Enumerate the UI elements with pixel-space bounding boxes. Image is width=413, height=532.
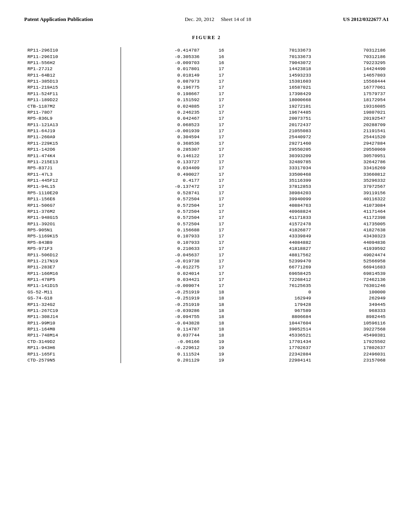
table-row: RP11-748M14 0.037744 18 45336521 4549038… [24, 332, 389, 338]
row-n2: 41939592 [314, 245, 389, 251]
row-num: 17 [203, 208, 240, 214]
row-n1: 37812853 [240, 183, 314, 189]
row-n1: 38984203 [240, 190, 314, 196]
row-num: 17 [203, 109, 240, 115]
header-sheet: Sheet 14 of 18 [221, 16, 251, 22]
row-n2: 8982445 [314, 314, 389, 320]
row-id: RP5-843B9 [24, 239, 121, 245]
row-n1: 35116399 [240, 177, 314, 183]
table-row: RP11-64B12 0.018149 17 14593233 14657803 [24, 72, 389, 78]
table-row: RP11-165F1 0.111524 19 22342884 22496031 [24, 351, 389, 357]
table-row: RP5-905N1 0.156688 17 41826877 41827638 [24, 227, 389, 233]
row-value: -0.251919 [121, 301, 203, 307]
row-n2: 21191541 [314, 128, 389, 134]
table-row: RP11-506G7 0.572504 17 40884763 41073084 [24, 202, 389, 208]
row-n1: 0 [240, 289, 314, 295]
row-n1: 48817562 [240, 251, 314, 258]
row-n2: 29427884 [314, 140, 389, 146]
table-row: RP11-474K4 0.146122 17 30393209 30570951 [24, 152, 389, 158]
row-id: RP11-478P5 [24, 276, 121, 283]
table-row: RP5-837J1 0.034409 17 33317034 33416269 [24, 165, 389, 171]
table-row: RP11-283E7 -0.012275 17 66771269 6694168… [24, 264, 389, 270]
row-n2: 40116322 [314, 196, 389, 202]
row-n1: 19272101 [240, 103, 314, 109]
row-value: 0.042467 [121, 115, 203, 121]
row-value: 0.024885 [121, 103, 203, 109]
row-n2: 41171464 [314, 208, 389, 214]
row-num: 17 [203, 258, 240, 264]
row-id: GS-74-G18 [24, 295, 121, 301]
table-row: GS-74-G18 -0.251919 18 162949 262949 [24, 295, 389, 301]
table-row: RP11-943H6 -0.229612 19 17702637 1780263… [24, 345, 389, 351]
row-num: 17 [203, 122, 240, 128]
table-row: RP11-556H2 -0.009703 16 79043072 7922329… [24, 60, 389, 66]
row-value: 0.572504 [121, 221, 203, 227]
row-num: 17 [203, 115, 240, 121]
row-num: 17 [203, 214, 240, 220]
table-row: RP11-260A9 0.304594 17 25440972 25441520 [24, 134, 389, 140]
row-id: RP5-905N1 [24, 227, 121, 233]
row-id: RP11-64J19 [24, 128, 121, 134]
row-n1: 15381603 [240, 78, 314, 84]
row-value: 0.198667 [121, 91, 203, 97]
row-num: 17 [203, 270, 240, 276]
row-num: 17 [203, 276, 240, 283]
row-num: 18 [203, 314, 240, 320]
row-n1: 70133673 [240, 47, 314, 53]
row-n1: 41826877 [240, 227, 314, 233]
row-id: RP11-142O6 [24, 146, 121, 152]
row-num: 17 [203, 165, 240, 171]
row-n1: 22342884 [240, 351, 314, 357]
row-id: RP11-121A13 [24, 122, 121, 128]
row-n2: 19807021 [314, 109, 389, 115]
row-num: 17 [203, 152, 240, 158]
figure-title: FIGURE 2 [24, 35, 389, 41]
row-n1: 70133673 [240, 53, 314, 59]
row-id: RP11-78O7 [24, 109, 121, 115]
row-n2: 33660812 [314, 171, 389, 177]
row-num: 19 [203, 339, 240, 345]
row-n1: 41818827 [240, 245, 314, 251]
row-id: GS-52-M11 [24, 289, 121, 295]
row-id: RP11-748M14 [24, 332, 121, 338]
row-n1: 25440972 [240, 134, 314, 140]
row-id: RP11-474K4 [24, 152, 121, 158]
row-num: 16 [203, 60, 240, 66]
row-n2: 349445 [314, 301, 389, 307]
row-id: RP11-189D22 [24, 97, 121, 103]
table-row: GS-52-M11 -0.251919 18 0 100000 [24, 289, 389, 295]
row-n2: 17925502 [314, 339, 389, 345]
row-value: 0.107933 [121, 233, 203, 239]
row-n2: 39119156 [314, 190, 389, 196]
row-n1: 39940099 [240, 196, 314, 202]
row-id: RP11-267C19 [24, 308, 121, 314]
table-row: RP11-121A13 0.068523 17 20172437 2028870… [24, 122, 389, 128]
row-n1: 52399470 [240, 258, 314, 264]
row-n1: 18000668 [240, 97, 314, 103]
row-n2: 25441520 [314, 134, 389, 140]
table-row: RP11-324G2 -0.251919 18 179428 349445 [24, 301, 389, 307]
row-n1: 76125635 [240, 283, 314, 289]
row-n1: 33317034 [240, 165, 314, 171]
row-num: 17 [203, 202, 240, 208]
row-n2: 22496031 [314, 351, 389, 357]
row-n1: 179428 [240, 301, 314, 307]
row-n2: 66941683 [314, 264, 389, 270]
table-row: RP11-267C19 -0.039286 18 967589 968333 [24, 308, 389, 314]
row-num: 19 [203, 351, 240, 357]
row-value: -0.019738 [121, 258, 203, 264]
row-n1: 19674485 [240, 109, 314, 115]
row-num: 17 [203, 84, 240, 90]
table-row: RP11-189D22 0.151592 17 18000668 1817295… [24, 97, 389, 103]
row-n2: 19316085 [314, 103, 389, 109]
row-num: 18 [203, 289, 240, 295]
row-id: RP11-392O1 [24, 221, 121, 227]
row-value: -0.251919 [121, 295, 203, 301]
row-value: -0.06166 [121, 339, 203, 345]
row-id: RP11-215E13 [24, 159, 121, 165]
table-row: RP5-836L9 0.042467 17 20073751 20192547 [24, 115, 389, 121]
row-n1: 20172437 [240, 122, 314, 128]
row-n2: 41073084 [314, 202, 389, 208]
row-n2: 69814539 [314, 270, 389, 276]
row-n1: 72268412 [240, 276, 314, 283]
